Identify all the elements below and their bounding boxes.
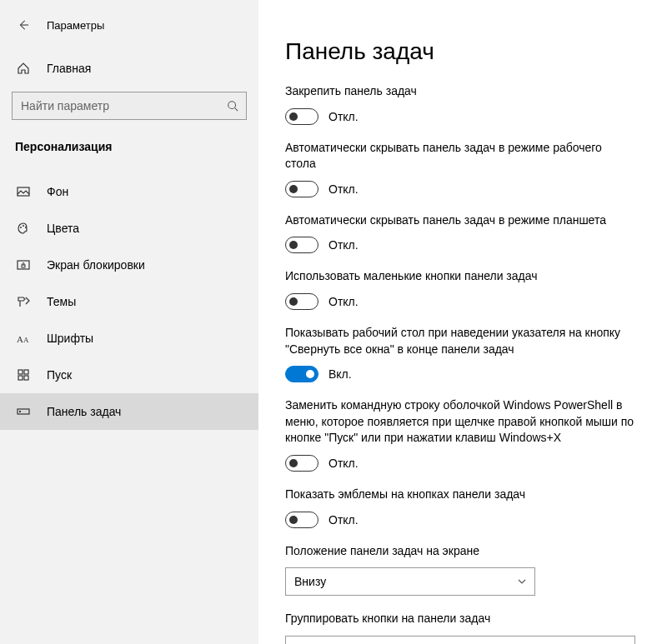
toggle-switch[interactable] xyxy=(285,366,318,382)
sidebar-item-colors[interactable]: Цвета xyxy=(0,210,258,247)
fonts-icon: AA xyxy=(15,332,32,344)
toggle-row: Вкл. xyxy=(285,366,650,382)
search-input[interactable] xyxy=(12,92,247,120)
toggle-switch[interactable] xyxy=(285,455,318,472)
select-wrap: Внизу xyxy=(285,567,535,596)
svg-point-3 xyxy=(23,225,24,227)
svg-rect-9 xyxy=(18,370,23,374)
setting-lock-taskbar: Закрепить панель задач Откл. xyxy=(285,83,650,125)
setting-label: Автоматически скрывать панель задач в ре… xyxy=(285,212,635,229)
setting-label: Группировать кнопки на панели задач xyxy=(285,611,635,627)
sidebar-item-label: Панель задач xyxy=(47,405,121,418)
svg-point-2 xyxy=(20,227,22,228)
toggle-state: Вкл. xyxy=(328,367,352,381)
section-header: Персонализация xyxy=(0,135,258,158)
sidebar-item-label: Цвета xyxy=(47,222,79,235)
sidebar-item-label: Пуск xyxy=(47,368,72,382)
setting-label: Использовать маленькие кнопки панели зад… xyxy=(285,268,635,285)
setting-label: Автоматически скрывать панель задач в ре… xyxy=(285,140,635,172)
setting-label: Показать эмблемы на кнопках панели задач xyxy=(285,487,635,503)
setting-grouping: Группировать кнопки на панели задач Всег… xyxy=(285,611,650,644)
home-nav[interactable]: Главная xyxy=(0,52,258,85)
toggle-switch[interactable] xyxy=(285,512,318,528)
sidebar-item-fonts[interactable]: AA Шрифты xyxy=(0,320,258,357)
setting-small-buttons: Использовать маленькие кнопки панели зад… xyxy=(285,268,650,310)
header-title: Параметры xyxy=(47,19,104,32)
grouping-select[interactable]: Всегда, скрывать метки xyxy=(285,636,635,644)
home-icon xyxy=(15,62,32,75)
setting-label: Показывать рабочий стол при наведении ук… xyxy=(285,325,635,357)
toggle-state: Откл. xyxy=(328,295,359,308)
toggle-state: Откл. xyxy=(328,513,359,527)
setting-autohide-desktop: Автоматически скрывать панель задач в ре… xyxy=(285,140,650,197)
palette-icon xyxy=(15,222,32,235)
setting-label: Заменить командную строку оболочкой Wind… xyxy=(285,397,635,447)
setting-powershell: Заменить командную строку оболочкой Wind… xyxy=(285,397,650,472)
setting-badges: Показать эмблемы на кнопках панели задач… xyxy=(285,487,650,528)
taskbar-icon xyxy=(15,405,32,418)
setting-peek-desktop: Показывать рабочий стол при наведении ук… xyxy=(285,325,650,382)
setting-position: Положение панели задач на экране Внизу xyxy=(285,543,650,597)
toggle-row: Откл. xyxy=(285,455,650,472)
arrow-left-icon xyxy=(18,19,29,31)
svg-text:A: A xyxy=(17,334,23,344)
sidebar-item-background[interactable]: Фон xyxy=(0,173,258,210)
select-wrap: Всегда, скрывать метки xyxy=(285,636,635,644)
sidebar-item-label: Фон xyxy=(47,185,68,198)
toggle-row: Откл. xyxy=(285,237,650,253)
svg-rect-6 xyxy=(22,265,25,267)
sidebar-item-label: Темы xyxy=(47,295,76,308)
themes-icon xyxy=(15,295,32,308)
svg-rect-14 xyxy=(19,411,21,412)
toggle-row: Откл. xyxy=(285,181,650,197)
sidebar: Параметры Главная Персонализация Фон Цве… xyxy=(0,0,258,644)
toggle-state: Откл. xyxy=(328,182,359,196)
svg-rect-11 xyxy=(18,376,23,380)
picture-icon xyxy=(15,185,32,198)
toggle-row: Откл. xyxy=(285,293,650,310)
search-wrap xyxy=(12,92,247,120)
sidebar-item-start[interactable]: Пуск xyxy=(0,357,258,393)
toggle-state: Откл. xyxy=(328,457,359,470)
toggle-switch[interactable] xyxy=(285,293,318,310)
toggle-switch[interactable] xyxy=(285,108,318,125)
toggle-switch[interactable] xyxy=(285,237,318,253)
toggle-state: Откл. xyxy=(328,238,359,252)
toggle-row: Откл. xyxy=(285,512,650,528)
position-select[interactable]: Внизу xyxy=(285,567,535,596)
setting-autohide-tablet: Автоматически скрывать панель задач в ре… xyxy=(285,212,650,254)
home-label: Главная xyxy=(47,62,91,75)
sidebar-item-label: Шрифты xyxy=(47,332,93,345)
toggle-switch[interactable] xyxy=(285,181,318,197)
toggle-row: Откл. xyxy=(285,108,650,125)
svg-rect-10 xyxy=(24,370,28,374)
start-icon xyxy=(15,368,32,382)
lockscreen-icon xyxy=(15,258,32,272)
main-content: Панель задач Закрепить панель задач Откл… xyxy=(258,0,667,644)
sidebar-item-themes[interactable]: Темы xyxy=(0,283,258,320)
svg-rect-12 xyxy=(24,376,28,380)
setting-label: Закрепить панель задач xyxy=(285,83,635,100)
svg-rect-1 xyxy=(18,187,29,196)
sidebar-item-taskbar[interactable]: Панель задач xyxy=(0,393,258,430)
setting-label: Положение панели задач на экране xyxy=(285,543,635,560)
svg-text:A: A xyxy=(23,336,29,344)
sidebar-item-label: Экран блокировки xyxy=(47,258,145,272)
settings-header: Параметры xyxy=(0,8,258,42)
svg-point-4 xyxy=(25,227,27,228)
back-button[interactable] xyxy=(15,17,32,33)
page-title: Панель задач xyxy=(285,38,650,65)
sidebar-item-lockscreen[interactable]: Экран блокировки xyxy=(0,247,258,283)
toggle-state: Откл. xyxy=(328,110,359,123)
